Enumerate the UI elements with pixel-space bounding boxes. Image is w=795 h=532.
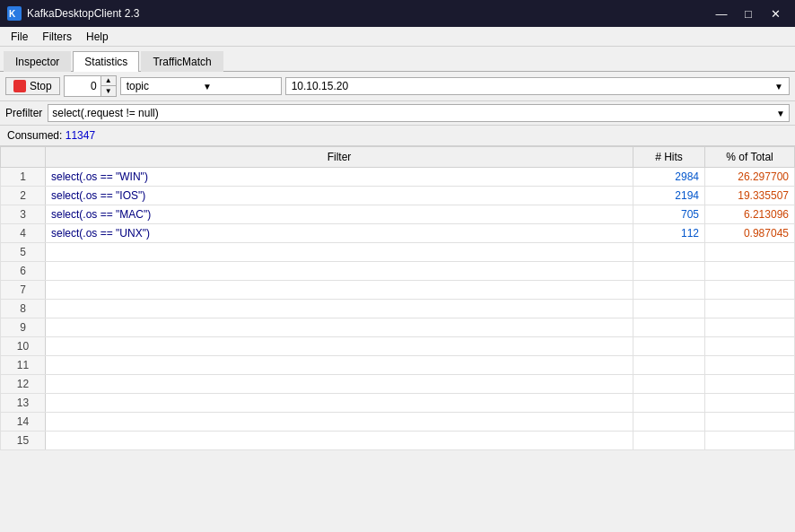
cell-pct [705,375,795,394]
cell-row-num: 14 [1,413,46,432]
topic-value: topic [127,80,149,92]
cell-row-num: 3 [1,205,46,224]
col-header-hits: # Hits [633,147,705,168]
cell-row-num: 8 [1,300,46,318]
col-header-pct: % of Total [705,147,795,168]
cell-pct: 19.335507 [705,187,795,205]
cell-pct [705,262,795,281]
tab-inspector[interactable]: Inspector [4,51,71,72]
table-row[interactable]: 1select(.os == "WIN")298426.297700 [1,168,795,187]
window-title: KafkaDesktopClient 2.3 [27,7,139,20]
prefilter-input-wrap: ▼ [48,104,790,122]
table-row[interactable]: 13 [1,394,795,413]
consumed-row: Consumed: 11347 [0,126,795,146]
spinner-down[interactable]: ▼ [101,86,116,96]
cell-row-num: 2 [1,187,46,205]
tab-trafficmatch[interactable]: TrafficMatch [141,51,223,72]
cell-filter [46,300,633,318]
table-container: Filter # Hits % of Total 1select(.os == … [0,146,795,450]
spinner-up[interactable]: ▲ [101,76,116,86]
stop-button[interactable]: Stop [5,77,60,95]
cell-pct [705,318,795,337]
cell-row-num: 13 [1,394,46,413]
table-row[interactable]: 4select(.os == "UNX")1120.987045 [1,224,795,243]
cell-pct [705,394,795,413]
menu-help[interactable]: Help [79,29,116,45]
cell-filter [46,432,633,450]
menu-file[interactable]: File [4,29,35,45]
cell-pct: 0.987045 [705,224,795,243]
cell-pct [705,432,795,450]
table-row[interactable]: 6 [1,262,795,281]
cell-hits [633,356,705,375]
maximize-button[interactable]: □ [736,4,761,23]
cell-filter [46,262,633,281]
svg-text:K: K [9,9,16,19]
table-row[interactable]: 12 [1,375,795,394]
prefilter-row: Prefilter ▼ [0,101,795,126]
prefilter-dropdown-arrow[interactable]: ▼ [776,109,785,118]
window-controls: — □ ✕ [709,4,788,23]
cell-filter: select(.os == "IOS") [46,187,633,205]
spinner-input: ▲ ▼ [64,75,117,97]
cell-hits [633,337,705,356]
cell-filter [46,375,633,394]
stop-icon [13,80,26,92]
tab-bar: Inspector Statistics TrafficMatch [0,47,795,72]
tab-statistics[interactable]: Statistics [73,51,139,72]
table-row[interactable]: 9 [1,318,795,337]
table-row[interactable]: 15 [1,432,795,450]
col-header-num [1,147,46,168]
consumed-count: 11347 [66,129,95,142]
cell-hits [633,300,705,318]
cell-filter [46,281,633,300]
prefilter-label: Prefilter [5,107,42,119]
cell-filter: select(.os == "MAC") [46,205,633,224]
minimize-button[interactable]: — [709,4,734,23]
ip-dropdown[interactable]: 10.10.15.20 ▼ [285,77,790,95]
cell-pct [705,281,795,300]
table-row[interactable]: 5 [1,243,795,262]
cell-filter [46,413,633,432]
topic-dropdown[interactable]: topic ▼ [120,77,282,95]
cell-hits [633,394,705,413]
spinner-value[interactable] [65,76,100,96]
table-row[interactable]: 8 [1,300,795,318]
cell-pct [705,243,795,262]
cell-row-num: 4 [1,224,46,243]
table-row[interactable]: 3select(.os == "MAC")7056.213096 [1,205,795,224]
cell-filter [46,337,633,356]
cell-filter: select(.os == "WIN") [46,168,633,187]
cell-pct: 26.297700 [705,168,795,187]
cell-row-num: 15 [1,432,46,450]
table-row[interactable]: 10 [1,337,795,356]
cell-pct [705,337,795,356]
cell-row-num: 5 [1,243,46,262]
cell-hits [633,318,705,337]
table-row[interactable]: 14 [1,413,795,432]
cell-pct [705,356,795,375]
cell-hits [633,413,705,432]
cell-hits [633,262,705,281]
table-body: 1select(.os == "WIN")298426.2977002selec… [1,168,795,450]
table-row[interactable]: 7 [1,281,795,300]
menu-bar: File Filters Help [0,27,795,47]
table-row[interactable]: 2select(.os == "IOS")219419.335507 [1,187,795,205]
cell-hits [633,375,705,394]
cell-filter [46,356,633,375]
cell-filter [46,243,633,262]
cell-hits [633,243,705,262]
cell-hits: 112 [633,224,705,243]
cell-hits [633,281,705,300]
statistics-table: Filter # Hits % of Total 1select(.os == … [0,146,795,450]
close-button[interactable]: ✕ [763,4,788,23]
toolbar: Stop ▲ ▼ topic ▼ 10.10.15.20 ▼ [0,72,795,101]
cell-row-num: 12 [1,375,46,394]
cell-hits [633,432,705,450]
prefilter-input[interactable] [52,107,776,119]
cell-row-num: 11 [1,356,46,375]
stop-label: Stop [30,80,52,92]
table-row[interactable]: 11 [1,356,795,375]
menu-filters[interactable]: Filters [35,29,79,45]
cell-row-num: 6 [1,262,46,281]
